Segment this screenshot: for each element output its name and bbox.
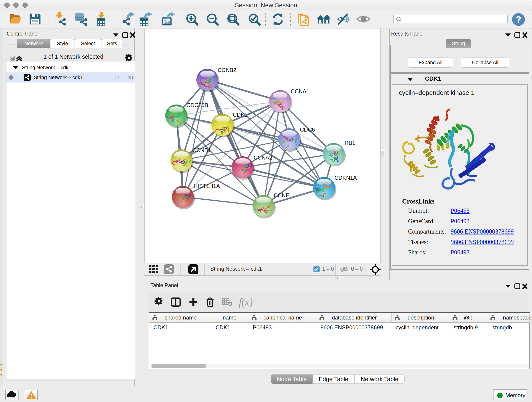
svg-text:CCNE1: CCNE1 [274,192,292,198]
svg-text:CDC25B: CDC25B [186,102,208,108]
svg-text:CDK1: CDK1 [233,112,247,118]
svg-text:CCNB2: CCNB2 [218,67,236,73]
svg-text:HIST1H1A: HIST1H1A [194,183,220,189]
svg-text:RB1: RB1 [345,140,355,146]
svg-text:CCNA2: CCNA2 [254,154,272,161]
svg-text:CDC6: CDC6 [300,127,315,133]
svg-text:CCNA1: CCNA1 [291,88,309,95]
svg-text:CCNB1: CCNB1 [192,147,211,153]
svg-text:CDKN1A: CDKN1A [335,175,357,181]
